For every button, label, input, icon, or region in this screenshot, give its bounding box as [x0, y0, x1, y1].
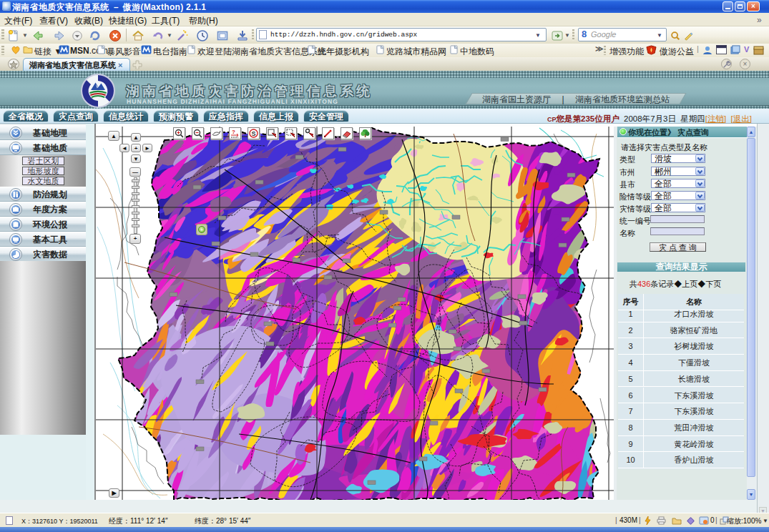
svg-text:?: ? — [232, 129, 235, 135]
svg-text:S: S — [252, 130, 256, 137]
